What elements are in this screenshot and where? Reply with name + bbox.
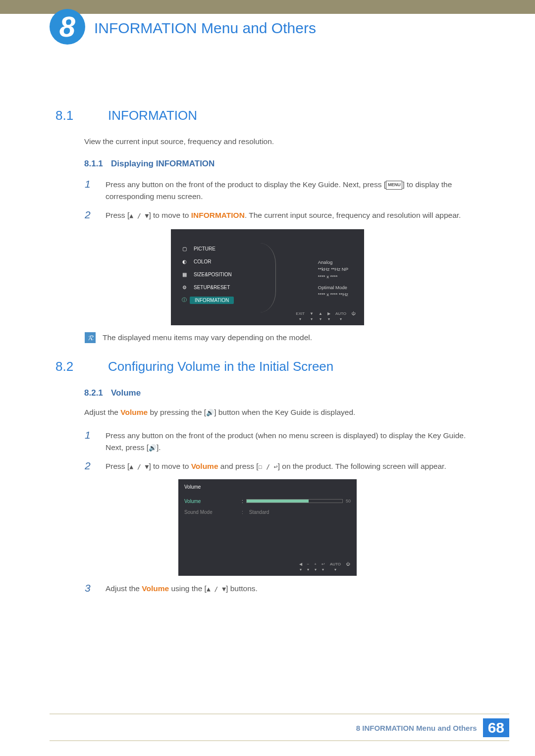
keyword-information: INFORMATION bbox=[191, 211, 245, 219]
step-number: 3 bbox=[85, 583, 106, 595]
nav-power-icon: ⏻ bbox=[351, 311, 355, 321]
nav-auto: AUTO▾ bbox=[335, 311, 346, 321]
size-icon: ▦ bbox=[178, 272, 191, 277]
volume-icon: 🔊 bbox=[149, 444, 157, 452]
note: 𝓡 The displayed menu items may vary depe… bbox=[85, 332, 480, 343]
nav-enter-icon: ↩▾ bbox=[321, 562, 325, 572]
nav-plus-icon: +▾ bbox=[314, 562, 317, 572]
step-2: 2 Press [▲ / ▼] to move to INFORMATION. … bbox=[85, 209, 480, 221]
info-icon: ⓘ bbox=[178, 297, 191, 303]
step-1: 1 Press any button on the front of the p… bbox=[85, 430, 480, 454]
nav-minus-icon: −▾ bbox=[307, 562, 310, 572]
nav-down-icon: ▼▾ bbox=[310, 311, 314, 321]
picture-icon: ▢ bbox=[178, 246, 191, 252]
osd-volume-row: Volume : 50 bbox=[184, 496, 351, 506]
step-number: 1 bbox=[85, 430, 106, 454]
osd-info-panel: Analog **kHz **Hz NP **** x **** Optimal… bbox=[318, 259, 348, 298]
section-8-1-intro: View the current input source, frequency… bbox=[84, 137, 480, 146]
subsection-intro: Adjust the Volume by pressing the [🔊] bu… bbox=[84, 408, 480, 417]
step-2: 2 Press [▲ / ▼] to move to Volume and pr… bbox=[85, 460, 480, 472]
menu-button-label: MENU bbox=[386, 181, 402, 190]
step-number: 2 bbox=[85, 209, 106, 221]
section-number: 8.1 bbox=[55, 108, 108, 123]
section-number: 8.2 bbox=[55, 359, 108, 374]
subsection-title: Volume bbox=[111, 388, 141, 398]
osd-sound-mode-value: Standard bbox=[246, 509, 269, 515]
nav-auto: AUTO▾ bbox=[330, 562, 341, 572]
osd-volume-label: Volume bbox=[184, 499, 239, 504]
page-number-badge: 68 bbox=[483, 718, 509, 737]
section-title: Configuring Volume in the Initial Screen bbox=[108, 359, 333, 374]
page-footer: 8 INFORMATION Menu and Others 68 bbox=[0, 713, 535, 756]
osd-sound-mode-row: Sound Mode : Standard bbox=[184, 506, 351, 517]
chapter-number-badge: 8 bbox=[50, 9, 85, 45]
subsection-number: 8.1.1 bbox=[84, 159, 111, 169]
step-text: Press [▲ / ▼] to move to Volume and pres… bbox=[106, 460, 480, 472]
select-enter-icon: ☐ / ↩ bbox=[259, 463, 278, 470]
up-down-icon: ▲ / ▼ bbox=[129, 212, 149, 219]
osd-title: Volume bbox=[184, 484, 351, 496]
page-top-bar bbox=[0, 0, 535, 14]
step-1: 1 Press any button on the front of the p… bbox=[85, 179, 480, 202]
osd-information-screenshot: ▢ PICTURE ◐ COLOR ▦ SIZE&POSITION ⚙ SETU… bbox=[171, 229, 364, 325]
nav-power-icon: ⏻ bbox=[346, 562, 350, 572]
volume-slider: 50 bbox=[246, 499, 351, 504]
nav-left-icon: ◀▾ bbox=[299, 562, 302, 572]
chapter-title: INFORMATION Menu and Others bbox=[94, 20, 316, 37]
volume-value: 50 bbox=[346, 499, 351, 504]
keyword-volume: Volume bbox=[142, 584, 169, 593]
nav-enter-icon: ▶▾ bbox=[327, 311, 330, 321]
section-title: INFORMATION bbox=[108, 108, 197, 123]
osd-sound-mode-label: Sound Mode bbox=[184, 509, 239, 515]
section-8-1-heading: 8.1 INFORMATION bbox=[55, 108, 480, 123]
step-number: 2 bbox=[85, 460, 106, 472]
section-8-2-heading: 8.2 Configuring Volume in the Initial Sc… bbox=[55, 359, 480, 374]
nav-exit: EXIT▾ bbox=[296, 311, 305, 321]
step-text: Press any button on the front of the pro… bbox=[106, 179, 480, 202]
subsection-number: 8.2.1 bbox=[84, 388, 111, 398]
osd-volume-screenshot: Volume Volume : 50 Sound Mode : Standard… bbox=[178, 479, 357, 576]
nav-up-icon: ▲▾ bbox=[319, 311, 322, 321]
subsection-8-2-1-heading: 8.2.1 Volume bbox=[84, 388, 480, 398]
gear-icon: ⚙ bbox=[178, 285, 191, 290]
subsection-title: Displaying INFORMATION bbox=[111, 159, 214, 169]
step-number: 1 bbox=[85, 179, 106, 202]
up-down-icon: ▲ / ▼ bbox=[129, 463, 149, 470]
volume-icon: 🔊 bbox=[206, 409, 214, 416]
subsection-8-1-1-heading: 8.1.1 Displaying INFORMATION bbox=[84, 159, 480, 169]
step-text: Adjust the Volume using the [▲ / ▼] butt… bbox=[106, 583, 480, 595]
keyword-volume: Volume bbox=[120, 408, 148, 416]
note-icon: 𝓡 bbox=[85, 332, 96, 343]
step-text: Press [▲ / ▼] to move to INFORMATION. Th… bbox=[106, 209, 480, 221]
footer-chapter-label: 8 INFORMATION Menu and Others bbox=[356, 724, 477, 732]
step-3: 3 Adjust the Volume using the [▲ / ▼] bu… bbox=[85, 583, 480, 595]
step-text: Press any button on the front of the pro… bbox=[106, 430, 480, 454]
note-text: The displayed menu items may vary depend… bbox=[103, 333, 312, 342]
osd-nav-bar: ◀▾ −▾ +▾ ↩▾ AUTO▾ ⏻ bbox=[184, 517, 351, 574]
up-down-icon: ▲ / ▼ bbox=[207, 585, 226, 593]
chapter-number: 8 bbox=[59, 12, 75, 41]
color-icon: ◐ bbox=[178, 259, 191, 264]
keyword-volume: Volume bbox=[191, 462, 218, 470]
osd-curve-decoration bbox=[260, 243, 276, 312]
